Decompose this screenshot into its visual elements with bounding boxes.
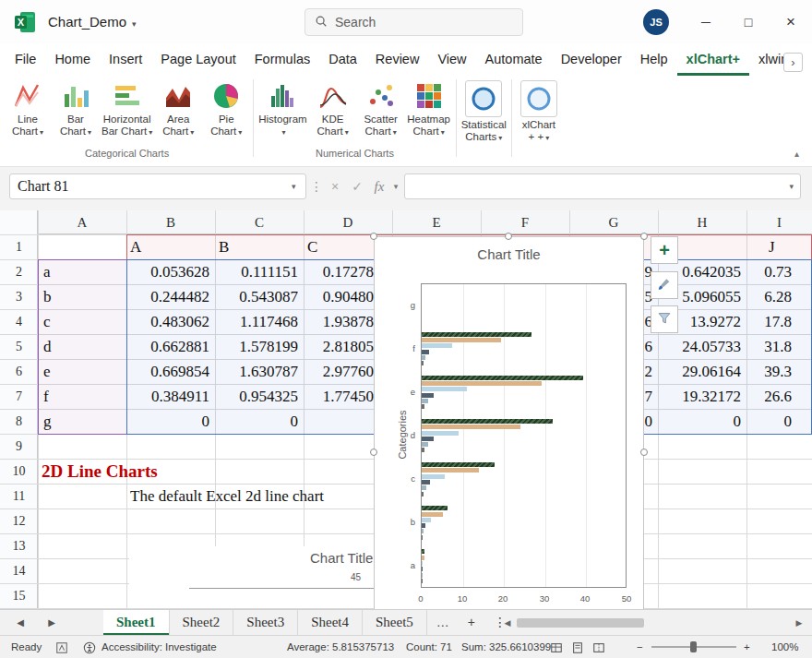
column-header-I[interactable]: I [746, 210, 812, 234]
ribbon-tab-data[interactable]: Data [319, 43, 366, 76]
prev-sheet-button[interactable]: ◀ [9, 610, 31, 635]
scroll-right-icon[interactable]: ▶ [792, 618, 806, 628]
cell-B6[interactable]: 0.669854 [126, 359, 215, 384]
ribbon-tab-insert[interactable]: Insert [100, 43, 151, 76]
sheet-tab-sheet1[interactable]: Sheet1 [103, 610, 170, 635]
column-header-H[interactable]: H [658, 210, 746, 234]
page-layout-view-icon[interactable] [571, 636, 584, 658]
row-header-5[interactable]: 5 [0, 334, 38, 359]
cell-I2[interactable]: 0.73 [746, 259, 812, 284]
cell-A2[interactable]: a [38, 259, 126, 284]
chart-handle-top-left[interactable] [370, 233, 377, 240]
area-chart-button[interactable]: Area Chart▾ [154, 79, 202, 139]
sheet-tab-sheet5[interactable]: Sheet5 [363, 610, 427, 635]
column-header-D[interactable]: D [304, 210, 392, 234]
chart-handle-middle-right[interactable] [640, 449, 648, 456]
scroll-left-icon[interactable]: ◀ [500, 618, 515, 628]
collapse-ribbon-icon[interactable]: ▴ [794, 149, 799, 159]
page-break-view-icon[interactable] [592, 636, 605, 658]
cell-C2[interactable]: 0.111151 [215, 259, 304, 284]
cell-H5[interactable]: 24.05733 [658, 334, 746, 359]
ribbon-tab-help[interactable]: Help [631, 43, 677, 76]
scrollbar-thumb[interactable] [517, 618, 644, 628]
cell-I5[interactable]: 31.8 [746, 334, 812, 359]
cell-B8[interactable]: 0 [126, 409, 215, 434]
chevron-down-icon[interactable]: ▾ [292, 173, 296, 199]
scrollbar-track[interactable] [515, 617, 792, 628]
zoom-out-button[interactable]: − [637, 636, 643, 658]
cell-I8[interactable]: 0 [746, 409, 812, 434]
search-box[interactable]: Search [304, 8, 523, 36]
normal-view-icon[interactable] [550, 636, 563, 658]
row-header-6[interactable]: 6 [0, 359, 38, 384]
column-header-E[interactable]: E [392, 210, 481, 234]
macro-record-icon[interactable] [55, 636, 68, 658]
row-header-14[interactable]: 14 [0, 558, 38, 583]
scatter-chart-button[interactable]: Scatter Chart▾ [357, 79, 405, 139]
insert-function-button[interactable]: fx [369, 173, 389, 199]
statistical-charts-button[interactable]: Statistical Charts▾ [460, 79, 508, 145]
row-header-9[interactable]: 9 [0, 434, 38, 459]
ribbon-tab-xlchart[interactable]: xlChart+ [677, 43, 749, 76]
ribbon-tab-home[interactable]: Home [45, 43, 100, 76]
cell-A8[interactable]: g [38, 409, 126, 434]
enter-button[interactable]: ✓ [347, 173, 367, 199]
cell-I1[interactable]: J [746, 234, 812, 259]
column-header-F[interactable]: F [481, 210, 569, 234]
more-sheets-icon[interactable]: … [427, 610, 459, 635]
chart-styles-button[interactable] [651, 271, 678, 299]
cell-A5[interactable]: d [38, 334, 126, 359]
column-header-C[interactable]: C [215, 210, 304, 234]
name-box[interactable]: Chart 81 [9, 173, 306, 199]
row-header-10[interactable]: 10 [0, 459, 38, 484]
formula-input[interactable] [404, 173, 801, 199]
cell-H8[interactable]: 0 [658, 409, 746, 434]
chart-filters-button[interactable] [651, 305, 678, 333]
document-title[interactable]: Chart_Demo▾ [48, 0, 137, 43]
cell-B2[interactable]: 0.053628 [126, 259, 215, 284]
line-chart-button[interactable]: Line Chart▾ [4, 79, 52, 139]
cell-B3[interactable]: 0.244482 [126, 284, 215, 309]
cell-B5[interactable]: 0.662881 [126, 334, 215, 359]
chart-handle-top-right[interactable] [640, 233, 648, 240]
column-header-A[interactable]: A [38, 210, 126, 234]
cell-A7[interactable]: f [38, 384, 126, 409]
cell-B7[interactable]: 0.384911 [126, 384, 215, 409]
cell-B4[interactable]: 0.483062 [126, 309, 215, 334]
cell-C4[interactable]: 1.117468 [215, 309, 304, 334]
ribbon-tab-developer[interactable]: Developer [552, 43, 631, 76]
cell-A4[interactable]: c [38, 309, 126, 334]
avatar[interactable]: JS [643, 9, 669, 35]
chart-handle-middle-left[interactable] [370, 449, 377, 456]
row-header-15[interactable]: 15 [0, 583, 38, 608]
histogram-button[interactable]: Histogram ▾ [257, 79, 308, 139]
zoom-slider-thumb[interactable] [690, 641, 697, 652]
ribbon-tab-page-layout[interactable]: Page Layout [151, 43, 245, 76]
row-header-11[interactable]: 11 [0, 484, 38, 508]
accessibility-status[interactable]: Accessibility: Investigate [102, 636, 217, 658]
row-header-4[interactable]: 4 [0, 309, 38, 334]
row-header-13[interactable]: 13 [0, 533, 38, 558]
row-header-12[interactable]: 12 [0, 508, 38, 533]
selected-bar-chart[interactable]: Chart Title Categories gfedcba0102030405… [374, 236, 644, 609]
sheet-tab-sheet3[interactable]: Sheet3 [233, 610, 298, 635]
cell-A3[interactable]: b [38, 284, 126, 309]
chart-plot-area[interactable] [421, 283, 627, 588]
chart-title[interactable]: Chart Title [375, 246, 643, 262]
bar-chart-button[interactable]: Bar Chart▾ [52, 79, 100, 139]
horizontal-bar-chart-button[interactable]: Horizontal Bar Chart▾ [100, 79, 154, 139]
cell-C3[interactable]: 0.543087 [215, 284, 304, 309]
cell-I6[interactable]: 39.3 [746, 359, 812, 384]
ribbon-tab-automate[interactable]: Automate [476, 43, 552, 76]
row-header-3[interactable]: 3 [0, 284, 38, 309]
cancel-button[interactable]: × [325, 173, 345, 199]
sheet-tab-sheet2[interactable]: Sheet2 [170, 610, 234, 635]
pie-chart-button[interactable]: Pie Chart▾ [202, 79, 250, 139]
column-header-B[interactable]: B [126, 210, 215, 234]
background-line-chart[interactable]: Chart Title 45 [129, 546, 380, 608]
chart-handle-top-middle[interactable] [505, 233, 512, 240]
cell-B1[interactable]: A [126, 234, 215, 259]
chevron-down-icon[interactable]: ▾ [389, 173, 402, 199]
kde-chart-button[interactable]: KDE Chart▾ [309, 79, 357, 139]
cell-C5[interactable]: 1.578199 [215, 334, 304, 359]
